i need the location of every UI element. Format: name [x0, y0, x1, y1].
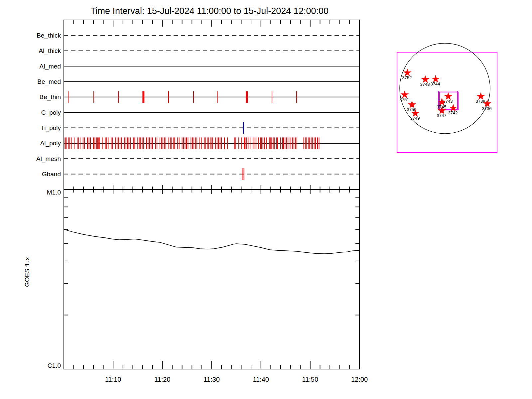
goes-y-axis-title: GOES flux	[24, 257, 31, 287]
active-region-label-3736: 3736	[482, 106, 492, 111]
goes-ymax-label: M1.0	[47, 189, 61, 196]
row-label-Be_thick: Be_thick	[37, 32, 61, 39]
row-label-Al_med: Al_med	[40, 63, 61, 70]
goes-ymin-label: C1.0	[48, 362, 61, 369]
plot-title: Time Interval: 15-Jul-2024 11:00:00 to 1…	[90, 6, 329, 16]
timeline-panel-frame	[64, 20, 359, 190]
figure: Time Interval: 15-Jul-2024 11:00:00 to 1…	[0, 0, 532, 399]
row-label-Be_med: Be_med	[37, 78, 61, 85]
active-region-label-3751: 3751	[400, 97, 409, 102]
active-region-label-3742: 3742	[448, 110, 458, 115]
x-tick-label-11:50: 11:50	[302, 376, 319, 383]
active-region-label-3749: 3749	[410, 116, 420, 121]
active-region-label-3748: 3748	[420, 82, 430, 87]
x-tick-label-11:20: 11:20	[154, 376, 171, 383]
x-tick-label-11:30: 11:30	[203, 376, 220, 383]
row-label-Ti_poly: Ti_poly	[41, 124, 61, 132]
row-label-Be_thin: Be_thin	[40, 93, 61, 101]
row-label-Gband: Gband	[42, 171, 61, 178]
goes-panel-frame	[64, 190, 359, 369]
x-tick-label-12:00: 12:00	[351, 376, 368, 383]
active-region-label-3744: 3744	[431, 81, 440, 86]
active-region-label-3747: 3747	[437, 113, 447, 118]
generated-plot-content: Be_thickAl_thickAl_medBe_medBe_thinC_pol…	[36, 20, 497, 383]
figure-canvas: Time Interval: 15-Jul-2024 11:00:00 to 1…	[0, 0, 532, 399]
active-region-label-3752: 3752	[402, 75, 412, 80]
row-label-Al_poly: Al_poly	[40, 140, 61, 147]
goes-flux-curve	[65, 229, 359, 254]
x-tick-label-11:10: 11:10	[105, 376, 121, 383]
x-tick-label-11:40: 11:40	[253, 376, 269, 383]
row-label-Al_mesh: Al_mesh	[36, 155, 61, 163]
row-label-Al_thick: Al_thick	[39, 47, 61, 55]
row-label-C_poly: C_poly	[41, 109, 61, 116]
